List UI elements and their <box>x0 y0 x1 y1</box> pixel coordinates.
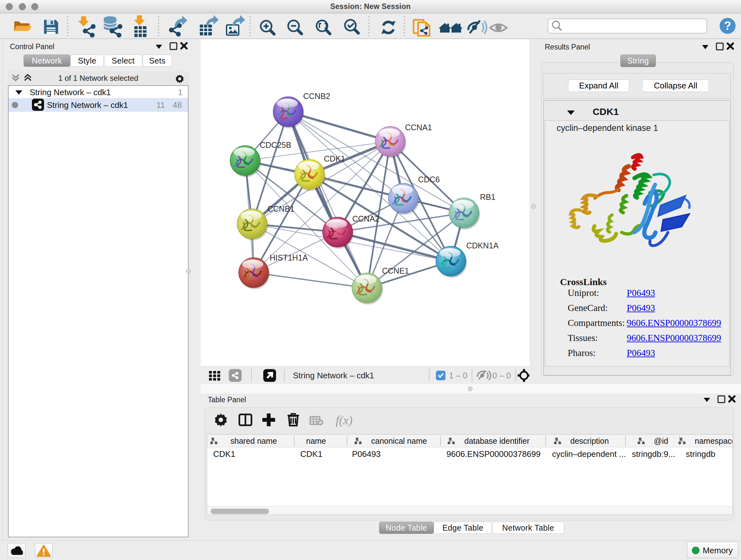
svg-text:namespace: namespace <box>695 436 732 445</box>
svg-text:CDC6: CDC6 <box>418 175 440 184</box>
svg-text:database identifier: database identifier <box>464 436 529 445</box>
svg-text:name: name <box>306 436 326 445</box>
svg-text:CCNB2: CCNB2 <box>303 91 330 101</box>
svg-text:f(x): f(x) <box>336 414 353 427</box>
svg-text:String Network – cdk1: String Network – cdk1 <box>293 371 374 380</box>
svg-text:CDKN1A: CDKN1A <box>466 241 499 250</box>
svg-text:CCNE1: CCNE1 <box>382 266 409 275</box>
svg-text:CDK1: CDK1 <box>324 154 345 163</box>
svg-text:CCNA1: CCNA1 <box>405 123 432 132</box>
svg-text:shared name: shared name <box>230 436 277 445</box>
svg-text:description: description <box>570 436 609 445</box>
svg-text:HIST1H1A: HIST1H1A <box>270 253 308 262</box>
svg-text:RB1: RB1 <box>480 192 495 201</box>
svg-text:?: ? <box>724 19 731 32</box>
svg-text:CCNB1: CCNB1 <box>267 204 294 213</box>
svg-text:CDC25B: CDC25B <box>260 140 291 149</box>
svg-text:1 – 0: 1 – 0 <box>449 371 468 380</box>
svg-text:@id: @id <box>654 436 668 445</box>
svg-text:canonical name: canonical name <box>371 436 427 445</box>
svg-text:CCNA2: CCNA2 <box>352 214 380 223</box>
svg-text:0 – 0: 0 – 0 <box>492 371 511 380</box>
